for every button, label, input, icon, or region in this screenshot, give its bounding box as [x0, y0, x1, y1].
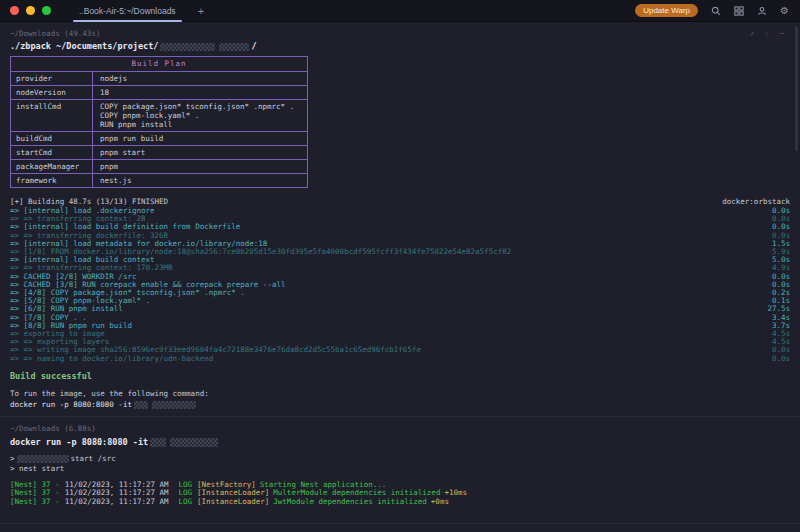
- docker-step-line: => => transferring context: 170.23MB 4.9…: [10, 264, 790, 272]
- update-warp-button[interactable]: Update Warp: [635, 4, 698, 17]
- docker-build-steps: => [internal] load .dockerignore 0.0s =>…: [10, 207, 790, 363]
- docker-step-line: => CACHED [3/8] RUN corepack enable && c…: [10, 281, 790, 289]
- terminal-tab[interactable]: ..Book-Air-5:~/Downloads: [65, 0, 190, 22]
- block-divider: [0, 416, 800, 417]
- docker-step-text: => => transferring context: 170.23MB: [10, 264, 173, 272]
- docker-step-text: => [internal] load build context: [10, 256, 155, 264]
- docker-step-text: => => transferring dockerfile: 326B: [10, 232, 168, 240]
- build-plan-value: COPY package.json* tsconfig.json* .npmrc…: [93, 100, 307, 131]
- build-plan-row: startCmd pnpm start: [11, 146, 307, 160]
- nest-log-level: LOG: [179, 497, 193, 506]
- titlebar: ..Book-Air-5:~/Downloads + Update Warp ⚙: [0, 0, 800, 22]
- docker-step-text: => => exporting layers: [10, 338, 109, 346]
- docker-step-line: => => exporting layers 4.5s: [10, 338, 790, 346]
- redacted-text: [160, 43, 215, 51]
- minimize-window-button[interactable]: [26, 6, 35, 15]
- build-plan-row: nodeVersion 18: [11, 86, 307, 100]
- nest-log-output: [Nest] 37 -11/02/2023, 11:17:27 AMLOG[Ne…: [10, 481, 790, 507]
- settings-gear-icon[interactable]: ⚙: [779, 5, 790, 16]
- redacted-text: [134, 401, 148, 409]
- docker-step-text: => [1/8] FROM docker.io/library/node:18@…: [10, 248, 511, 256]
- run-command-text: docker run -p 8080:8080 -it: [10, 400, 132, 409]
- run-command-suggestion: docker run -p 8080:8080 -it: [10, 399, 790, 410]
- build-plan-key: framework: [11, 174, 93, 187]
- command-block-header: ~/Downloads (49.43s) ↗ ☆ ⋯: [10, 27, 790, 39]
- nest-log-message: JwtModule dependencies initialized: [273, 497, 427, 506]
- run-hint-text: To run the image, use the following comm…: [10, 389, 790, 399]
- build-plan-row: packageManager pnpm: [11, 160, 307, 174]
- tab-title: ..Book-Air-5:~/Downloads: [79, 6, 176, 16]
- build-plan-value: pnpm start: [93, 146, 307, 159]
- docker-step-line: => => naming to docker.io/library/udn-ba…: [10, 355, 790, 363]
- build-plan-row: installCmd COPY package.json* tsconfig.j…: [11, 100, 307, 132]
- build-plan-key: installCmd: [11, 100, 93, 131]
- nest-log-prefix: [Nest] 37 -: [10, 497, 60, 506]
- build-plan-key: nodeVersion: [11, 86, 93, 99]
- block-divider: [0, 523, 800, 524]
- build-plan-value: 18: [93, 86, 307, 99]
- redacted-text: [152, 401, 196, 409]
- docker-step-text: => [internal] load metadata for docker.i…: [10, 240, 267, 248]
- nest-start-line: > nest start: [10, 464, 790, 474]
- docker-context-label: docker:orbstack: [722, 197, 790, 206]
- docker-step-text: => CACHED [2/8] WORKDIR /src: [10, 273, 136, 281]
- docker-step-line: => [6/8] RUN pnpm install 27.5s: [10, 305, 790, 313]
- redacted-text: [17, 455, 69, 463]
- build-plan-key: provider: [11, 72, 93, 85]
- docker-step-line: => [5/8] COPY pnpm-lock.yaml* . 0.1s: [10, 297, 790, 305]
- zoom-window-button[interactable]: [42, 6, 51, 15]
- nest-log-timestamp: 11/02/2023, 11:17:27 AM: [65, 497, 169, 506]
- more-options-icon[interactable]: ⋯: [779, 29, 784, 38]
- output-text: >: [10, 454, 15, 463]
- docker-step-text: => [6/8] RUN pnpm install: [10, 305, 123, 313]
- bookmark-icon[interactable]: ☆: [764, 29, 769, 38]
- build-finished-text: [+] Building 48.7s (13/13) FINISHED: [10, 197, 168, 206]
- output-text: start /src: [71, 454, 116, 463]
- docker-step-line: => [internal] load metadata for docker.i…: [10, 240, 790, 248]
- build-plan-row: buildCmd pnpm run build: [11, 132, 307, 146]
- docker-step-line: => [7/8] COPY . . 3.4s: [10, 314, 790, 322]
- layout-grid-icon[interactable]: [733, 5, 744, 16]
- docker-step-text: => [internal] load build definition from…: [10, 223, 240, 231]
- redacted-text: [219, 43, 249, 51]
- new-tab-button[interactable]: +: [190, 5, 212, 17]
- zbpack-command[interactable]: ./zbpack ~/Documents/project//: [10, 39, 790, 53]
- docker-step-line: => [1/8] FROM docker.io/library/node:18@…: [10, 248, 790, 256]
- docker-step-text: => CACHED [3/8] RUN corepack enable && c…: [10, 281, 285, 289]
- docker-step-time: 0.0s: [764, 355, 790, 363]
- build-plan-table: Build Plan provider nodejs nodeVersion 1…: [10, 56, 308, 188]
- docker-step-line: => => transferring dockerfile: 326B 0.0s: [10, 232, 790, 240]
- build-plan-key: buildCmd: [11, 132, 93, 145]
- build-plan-row: provider nodejs: [11, 72, 307, 86]
- docker-step-line: => exporting to image 4.5s: [10, 330, 790, 338]
- nest-log-context: [InstanceLoader]: [197, 497, 269, 506]
- docker-step-text: => [8/8] RUN pnpm run build: [10, 322, 132, 330]
- build-plan-value: pnpm run build: [93, 132, 307, 145]
- docker-run-command[interactable]: docker run -p 8080:8080 -it: [10, 435, 790, 449]
- docker-step-line: => [internal] load build definition from…: [10, 223, 790, 231]
- docker-step-text: => exporting to image: [10, 330, 105, 338]
- docker-step-line: => [8/8] RUN pnpm run build 3.7s: [10, 322, 790, 330]
- command-block-header: ~/Downloads (6.88s): [10, 423, 790, 435]
- build-plan-value: pnpm: [93, 160, 307, 173]
- scrollbar-thumb[interactable]: [795, 26, 798, 151]
- build-plan-value: nodejs: [93, 72, 307, 85]
- docker-step-text: => [7/8] COPY . .: [10, 314, 87, 322]
- docker-step-line: => => writing image sha256:8596ec9f33eed…: [10, 346, 790, 354]
- window-controls: [10, 6, 51, 15]
- block-actions: ↗ ☆ ⋯: [750, 29, 790, 38]
- docker-build-summary: [+] Building 48.7s (13/13) FINISHED dock…: [10, 197, 790, 206]
- build-plan-rows: provider nodejs nodeVersion 18 installCm…: [11, 72, 307, 187]
- nest-log-delta: +0ms: [431, 497, 449, 506]
- build-plan-row: framework nest.js: [11, 174, 307, 187]
- npm-script-line: >start /src: [10, 454, 790, 464]
- user-icon[interactable]: [756, 5, 767, 16]
- docker-step-line: => [4/8] COPY package.json* tsconfig.jso…: [10, 289, 790, 297]
- share-icon[interactable]: ↗: [750, 29, 755, 38]
- search-icon[interactable]: [710, 5, 721, 16]
- command-text: docker run -p 8080:8080 -it: [10, 437, 148, 447]
- build-plan-title: Build Plan: [11, 57, 307, 72]
- nest-log-line: [Nest] 37 -11/02/2023, 11:17:27 AMLOG[In…: [10, 498, 790, 507]
- terminal-pane[interactable]: ~/Downloads (49.43s) ↗ ☆ ⋯ ./zbpack ~/Do…: [0, 22, 800, 532]
- close-window-button[interactable]: [10, 6, 19, 15]
